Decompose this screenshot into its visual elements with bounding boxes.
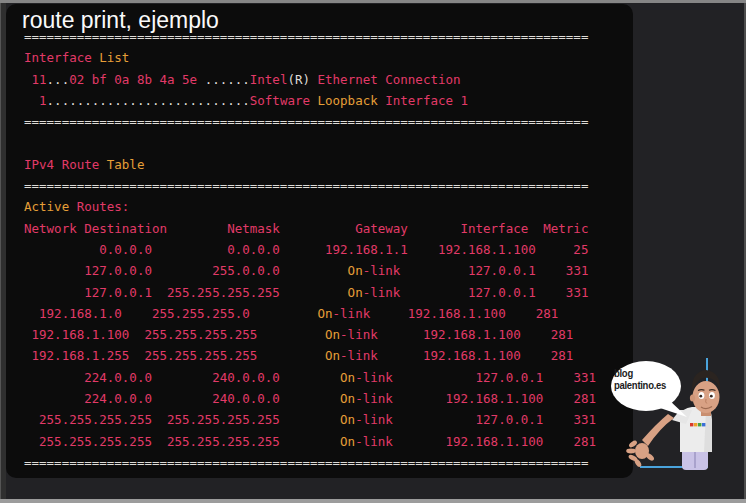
console-line: ========================================…	[24, 452, 596, 473]
mascot-hand	[626, 439, 655, 468]
console-line: Network Destination Netmask Gateway Inte…	[24, 218, 596, 239]
console-line: 192.168.1.0 255.255.255.0 On-link 192.16…	[24, 303, 596, 324]
frame-border-top	[0, 0, 746, 3]
console-line: 0.0.0.0 0.0.0.0 192.168.1.1 192.168.1.10…	[24, 239, 596, 260]
console-line: ========================================…	[24, 111, 596, 132]
blog-badge-line1: blog	[614, 368, 666, 380]
frame-border-bottom	[0, 499, 746, 503]
console-line: Active Routes:	[24, 196, 596, 217]
console-line: 127.0.0.0 255.0.0.0 On-link 127.0.0.1 33…	[24, 260, 596, 281]
blog-badge: blog palentino.es	[614, 368, 666, 392]
console-line: 192.168.1.255 255.255.255.255 On-link 19…	[24, 345, 596, 366]
console-line: Interface List	[24, 47, 596, 68]
screenshot-stage: route print, ejemplo ===================…	[0, 0, 746, 503]
console-line: ========================================…	[24, 175, 596, 196]
console-output: ========================================…	[24, 26, 596, 473]
console-line: 224.0.0.0 240.0.0.0 On-link 127.0.0.1 33…	[24, 367, 596, 388]
console-line: ========================================…	[24, 26, 596, 47]
console-line	[24, 132, 596, 153]
console-line: 192.168.1.100 255.255.255.255 On-link 19…	[24, 324, 596, 345]
console-line: IPv4 Route Table	[24, 154, 596, 175]
console-line: 255.255.255.255 255.255.255.255 On-link …	[24, 409, 596, 430]
console-line: 11...02 bf 0a 8b 4a 5e ......Intel(R) Et…	[24, 69, 596, 90]
console-line: 127.0.0.1 255.255.255.255 On-link 127.0.…	[24, 282, 596, 303]
console-line: 1...........................Software Loo…	[24, 90, 596, 111]
console-line: 224.0.0.0 240.0.0.0 On-link 192.168.1.10…	[24, 388, 596, 409]
blog-badge-line2: palentino.es	[614, 380, 666, 392]
console-line: 255.255.255.255 255.255.255.255 On-link …	[24, 431, 596, 452]
terminal-panel: route print, ejemplo ===================…	[6, 4, 633, 478]
